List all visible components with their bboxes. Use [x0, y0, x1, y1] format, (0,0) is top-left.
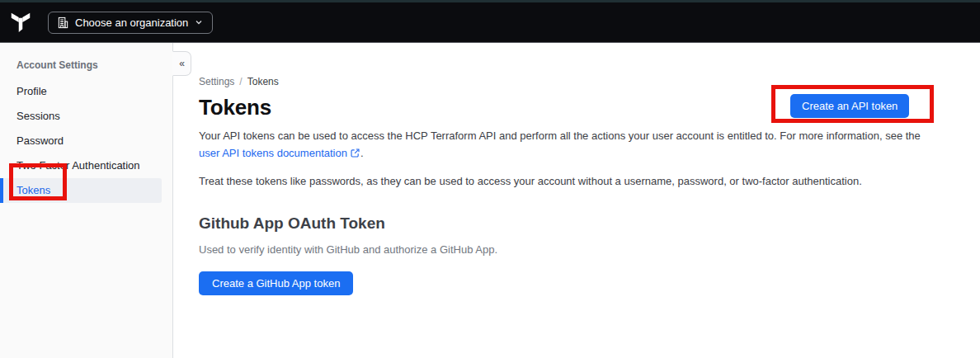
choose-organization-button[interactable]: Choose an organization [48, 12, 213, 34]
github-oauth-description: Used to verify identity with GitHub and … [199, 243, 947, 256]
sidebar-item-tokens[interactable]: Tokens [0, 178, 162, 203]
create-api-token-button[interactable]: Create an API token [790, 94, 909, 118]
sidebar-section-label: Account Settings [16, 59, 156, 71]
breadcrumb: Settings/Tokens [199, 76, 947, 87]
terraform-logo[interactable] [11, 12, 31, 33]
chevron-down-icon [194, 17, 204, 27]
intro-suffix: . [360, 147, 364, 159]
sidebar-item-password[interactable]: Password [0, 129, 172, 153]
create-github-app-token-button[interactable]: Create a GitHub App token [199, 271, 353, 295]
breadcrumb-tokens: Tokens [247, 76, 279, 87]
sidebar-item-sessions[interactable]: Sessions [0, 104, 172, 129]
user-api-tokens-doc-link[interactable]: user API tokens documentation [199, 147, 347, 159]
collapse-sidebar-icon: « [179, 58, 185, 69]
topbar: Choose an organization [0, 0, 980, 43]
breadcrumb-separator: / [239, 76, 242, 87]
content-area: Account Settings Profile Sessions Passwo… [0, 43, 980, 358]
intro-paragraph: Your API tokens can be used to access th… [199, 127, 947, 162]
sidebar-collapse-button[interactable]: « [172, 51, 191, 76]
account-settings-sidebar: Account Settings Profile Sessions Passwo… [0, 43, 173, 358]
github-oauth-section-title: Github App OAuth Token [199, 214, 947, 233]
main-panel: Settings/Tokens Tokens Your API tokens c… [173, 43, 980, 358]
organization-building-icon [57, 16, 69, 29]
external-link-icon [350, 148, 360, 158]
tokens-warning-text: Treat these tokens like passwords, as th… [199, 172, 947, 190]
choose-organization-label: Choose an organization [75, 16, 188, 29]
sidebar-item-two-factor[interactable]: Two Factor Authentication [0, 153, 172, 178]
breadcrumb-settings[interactable]: Settings [199, 76, 234, 87]
sidebar-nav: Profile Sessions Password Two Factor Aut… [0, 79, 172, 203]
sidebar-item-profile[interactable]: Profile [0, 79, 172, 104]
intro-text: Your API tokens can be used to access th… [199, 130, 921, 142]
